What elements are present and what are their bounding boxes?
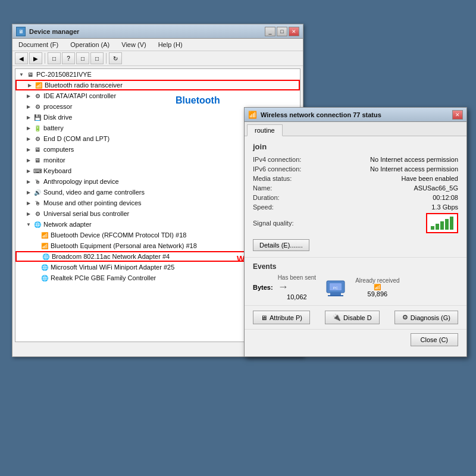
- details-button[interactable]: Details (E).......: [253, 239, 309, 251]
- sent-arrow: →: [278, 281, 289, 293]
- back-button[interactable]: ◀: [15, 52, 28, 64]
- events-label: Events: [253, 262, 458, 271]
- help-button[interactable]: ?: [62, 52, 75, 64]
- menu-operation[interactable]: Operation (A): [67, 40, 113, 49]
- tree-monitor-label: monitor: [43, 156, 65, 164]
- signal-bar-3: [440, 221, 444, 230]
- title-bar-buttons: _ □ ✕: [265, 27, 299, 36]
- wireless-close-button[interactable]: ✕: [452, 110, 463, 120]
- expand-arrow: ▶: [25, 124, 32, 131]
- dm-title: Device manager: [29, 28, 265, 35]
- attribute-icon: 🖥: [261, 314, 267, 321]
- monitor-icon: 🖥: [33, 156, 42, 164]
- battery-icon: 🔋: [33, 124, 42, 132]
- tab-routine[interactable]: routine: [247, 124, 283, 136]
- tree-bt-pan-label: Bluetooth Equipment (Personal area Netwo…: [51, 242, 197, 249]
- expand-button[interactable]: □: [76, 52, 89, 64]
- tree-anthropology-label: Anthropology input device: [43, 178, 119, 185]
- name-label: Name:: [253, 184, 272, 192]
- tree-bluetooth-label: Bluetooth radio transceiver: [45, 82, 123, 89]
- tree-ide[interactable]: ▶ ⚙ IDE ATA/ATAPI controller: [15, 90, 300, 101]
- speed-label: Speed:: [253, 203, 274, 211]
- name-row: Name: ASUSac66_5G: [253, 184, 458, 192]
- btdev-icon: 📶: [40, 231, 49, 239]
- forward-button[interactable]: ▶: [29, 52, 42, 64]
- disable-button[interactable]: 🔌 Disable D: [325, 311, 380, 324]
- diagnosis-button[interactable]: ⚙ Diagnosis (G): [394, 311, 458, 324]
- tree-mouse-label: Mouse and other pointing devices: [43, 199, 142, 206]
- toolbar-separator2: [106, 53, 107, 64]
- network-icon: 🌐: [33, 220, 42, 228]
- expand-arrow: ▶: [25, 92, 32, 99]
- signal-bar-5: [450, 217, 453, 230]
- expand-arrow: [33, 253, 40, 260]
- tree-bluetooth[interactable]: ▶ 📶 Bluetooth radio transceiver: [15, 80, 300, 90]
- expand-arrow: ▶: [25, 135, 32, 142]
- tree-computers-label: computers: [43, 146, 74, 153]
- tree-realtek-label: Realtek PCIe GBE Family Controller: [51, 274, 156, 281]
- attribute-button[interactable]: 🖥 Attribute P): [253, 311, 310, 324]
- computer-icon: 🖥: [26, 70, 35, 79]
- expand-arrow: [32, 242, 39, 249]
- tree-network-label: Network adapter: [43, 221, 92, 228]
- join-label: join: [253, 142, 458, 151]
- expand-arrow: ▶: [25, 178, 32, 185]
- maximize-button[interactable]: □: [277, 27, 287, 36]
- diagnosis-icon: ⚙: [402, 314, 408, 321]
- wireless-status-window: 📶 Wireless network connection 77 status …: [244, 107, 467, 357]
- wireless-title-text: Wireless network connection 77 status: [261, 111, 452, 118]
- expand-arrow: [32, 264, 39, 271]
- tree-ms-virtual-label: Microsoft Virtual WiFi Miniport Adapter …: [51, 264, 174, 271]
- broadcom-icon: 🌐: [42, 252, 50, 261]
- tree-battery-label: battery: [43, 124, 64, 131]
- duration-value: 00:12:08: [433, 194, 458, 201]
- expand-arrow: ▶: [25, 210, 32, 217]
- diagnosis-label: Diagnosis (G): [411, 314, 450, 321]
- properties-button[interactable]: □: [48, 52, 61, 64]
- expand-arrow: ▶: [25, 156, 32, 164]
- expand-arrow: ▶: [25, 146, 32, 153]
- speed-row: Speed: 1.3 Gbps: [253, 203, 458, 211]
- signal-bar-4: [445, 219, 449, 230]
- speed-value: 1.3 Gbps: [431, 203, 458, 211]
- expand-arrow: ▶: [25, 114, 32, 121]
- ipv6-value: No Internet access permission: [370, 165, 458, 173]
- menu-help[interactable]: Help (H): [155, 40, 186, 49]
- ipv6-row: IPv6 connection: No Internet access perm…: [253, 165, 458, 173]
- tree-processor-label: processor: [43, 103, 72, 110]
- duration-row: Duration: 00:12:08: [253, 194, 458, 201]
- recv-label: Already received: [355, 277, 399, 284]
- ide-icon: ⚙: [33, 92, 42, 100]
- tree-root[interactable]: ▼ 🖥 PC-20150821IVYE: [15, 69, 300, 80]
- minimize-button[interactable]: _: [265, 27, 275, 36]
- usb-icon: ⚙: [33, 209, 42, 218]
- ms-virtual-icon: 🌐: [40, 263, 49, 271]
- sent-label: Has been sent: [278, 274, 317, 281]
- close-bar-button[interactable]: Close (C): [411, 333, 458, 346]
- sent-value: 10,062: [278, 293, 317, 300]
- mouse-icon: 🖱: [33, 199, 42, 207]
- wireless-title-bar: 📶 Wireless network connection 77 status …: [245, 108, 466, 122]
- refresh-button[interactable]: ↻: [109, 52, 122, 64]
- tree-sound-label: Sound, video and game controllers: [43, 189, 145, 196]
- tab-bar: routine: [245, 122, 466, 136]
- title-bar: 🖥 Device manager _ □ ✕: [12, 24, 303, 39]
- scan-button[interactable]: □: [90, 52, 104, 64]
- recv-value: 59,896: [355, 290, 399, 298]
- ipv4-value: No Internet access permission: [370, 156, 458, 163]
- signal-bar-2: [436, 224, 439, 230]
- recv-info: Already received 📶 59,896: [355, 277, 399, 298]
- tree-ide-label: IDE ATA/ATAPI controller: [43, 92, 116, 99]
- signal-label: Signal quality:: [253, 220, 294, 227]
- sent-info: Has been sent → 10,062: [278, 274, 317, 300]
- ipv6-label: IPv6 connection:: [253, 165, 301, 173]
- wireless-signal-icon: 📶: [248, 111, 257, 119]
- bytes-row: Bytes: Has been sent → 10,062 PC: [253, 274, 458, 300]
- menu-view[interactable]: View (V): [118, 40, 149, 49]
- menu-bar: Document (F) Operation (A) View (V) Help…: [12, 39, 303, 51]
- tree-usb-label: Universal serial bus controller: [43, 210, 129, 217]
- menu-document[interactable]: Document (F): [15, 40, 62, 49]
- processor-icon: ⚙: [33, 102, 42, 111]
- close-button[interactable]: ✕: [289, 27, 299, 36]
- tree-keyboard-label: Keyboard: [43, 167, 71, 174]
